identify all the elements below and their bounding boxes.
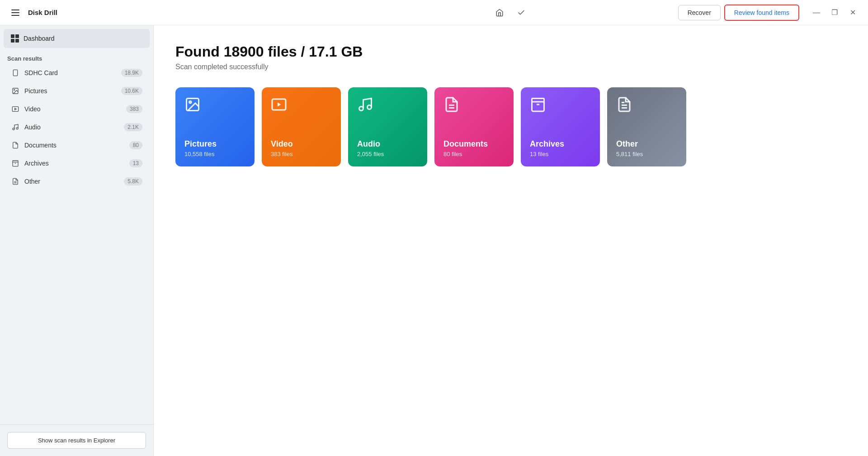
scan-results-label: Scan results	[0, 52, 153, 64]
other-card[interactable]: Other 5,811 files	[607, 87, 686, 166]
sidebar-item-pictures[interactable]: Pictures 10.6K	[4, 82, 150, 100]
archives-count: 13	[129, 159, 142, 167]
svg-marker-7	[15, 108, 16, 110]
other-card-name: Other	[616, 139, 677, 149]
hamburger-icon	[11, 10, 19, 16]
svg-rect-6	[12, 107, 18, 112]
sidebar-footer: Show scan results in Explorer	[0, 424, 153, 456]
documents-card-name: Documents	[443, 139, 505, 149]
sdhc-label: SDHC Card	[24, 69, 121, 76]
check-button[interactable]	[513, 5, 529, 21]
archives-icon	[11, 159, 20, 168]
pictures-card-name: Pictures	[184, 139, 245, 149]
title-bar-left: Disk Drill	[7, 5, 343, 21]
minimize-button[interactable]: —	[808, 5, 825, 21]
sidebar-item-sdhc[interactable]: SDHC Card 18.9K	[4, 64, 150, 82]
check-icon	[517, 9, 525, 17]
recover-button[interactable]: Recover	[678, 5, 721, 20]
documents-card[interactable]: Documents 80 files	[434, 87, 514, 166]
other-label: Other	[24, 178, 124, 185]
title-bar-nav	[343, 5, 678, 21]
show-explorer-button[interactable]: Show scan results in Explorer	[7, 432, 146, 449]
review-found-items-button[interactable]: Review found items	[724, 5, 799, 21]
other-card-count: 5,811 files	[616, 151, 677, 157]
title-bar: Disk Drill Recover Review found items — …	[0, 0, 868, 25]
sidebar-item-documents[interactable]: Documents 80	[4, 136, 150, 154]
sidebar-item-video[interactable]: Video 383	[4, 100, 150, 118]
documents-card-count: 80 files	[443, 151, 505, 157]
audio-icon	[11, 123, 20, 132]
sidebar-item-audio[interactable]: Audio 2.1K	[4, 118, 150, 136]
other-card-icon	[616, 96, 677, 116]
archives-card-name: Archives	[530, 139, 591, 149]
audio-card-name: Audio	[357, 139, 418, 149]
archives-label: Archives	[24, 160, 129, 167]
home-button[interactable]	[491, 5, 508, 21]
dashboard-item[interactable]: Dashboard	[4, 29, 150, 48]
audio-card-icon	[357, 96, 418, 116]
documents-icon	[11, 141, 20, 150]
dashboard-label: Dashboard	[24, 35, 55, 42]
archives-card-icon	[530, 96, 591, 116]
svg-rect-10	[13, 161, 18, 162]
pictures-card[interactable]: Pictures 10,558 files	[175, 87, 255, 166]
audio-card-count: 2,055 files	[357, 151, 418, 157]
title-bar-actions: Recover Review found items — ❐ ✕	[678, 5, 861, 21]
other-icon	[11, 177, 20, 186]
documents-count: 80	[129, 141, 142, 149]
video-card-icon	[271, 96, 332, 116]
svg-point-15	[189, 101, 192, 104]
close-button[interactable]: ✕	[844, 5, 861, 21]
other-count: 5.8K	[124, 177, 142, 185]
home-icon	[495, 9, 504, 17]
svg-point-9	[16, 128, 18, 129]
maximize-button[interactable]: ❐	[826, 5, 843, 21]
documents-card-icon	[443, 96, 505, 116]
archives-card-count: 13 files	[530, 151, 591, 157]
video-label: Video	[24, 105, 126, 113]
audio-card[interactable]: Audio 2,055 files	[348, 87, 427, 166]
found-title: Found 18900 files / 17.1 GB	[175, 43, 846, 60]
sidebar-item-archives[interactable]: Archives 13	[4, 154, 150, 172]
audio-label: Audio	[24, 124, 124, 131]
pictures-card-count: 10,558 files	[184, 151, 245, 157]
sidebar: Dashboard Scan results SDHC Card 18.9K P…	[0, 25, 154, 456]
scan-status: Scan completed successfully	[175, 63, 846, 71]
video-card-name: Video	[271, 139, 332, 149]
svg-point-19	[368, 105, 372, 109]
sdhc-icon	[11, 68, 20, 77]
app-title: Disk Drill	[28, 9, 57, 16]
pictures-label: Pictures	[24, 87, 121, 95]
window-controls: — ❐ ✕	[808, 5, 861, 21]
content-area: Found 18900 files / 17.1 GB Scan complet…	[154, 25, 868, 456]
grid-icon	[11, 34, 19, 43]
documents-label: Documents	[24, 142, 129, 149]
svg-rect-0	[13, 70, 17, 76]
video-count: 383	[126, 105, 142, 113]
audio-count: 2.1K	[124, 123, 142, 131]
hamburger-button[interactable]	[7, 5, 24, 21]
archives-card[interactable]: Archives 13 files	[521, 87, 600, 166]
pictures-count: 10.6K	[121, 87, 142, 95]
categories-grid: Pictures 10,558 files Video 383 files Au…	[175, 87, 846, 166]
pictures-icon	[11, 86, 20, 95]
pictures-card-icon	[184, 96, 245, 116]
video-icon	[11, 104, 20, 114]
sdhc-count: 18.9K	[121, 69, 142, 77]
svg-marker-17	[278, 103, 281, 107]
svg-rect-22	[532, 99, 544, 102]
svg-point-5	[14, 90, 15, 90]
svg-point-18	[359, 107, 363, 111]
video-card-count: 383 files	[271, 151, 332, 157]
sidebar-item-other[interactable]: Other 5.8K	[4, 172, 150, 190]
svg-point-8	[13, 128, 14, 130]
main-layout: Dashboard Scan results SDHC Card 18.9K P…	[0, 25, 868, 456]
video-card[interactable]: Video 383 files	[262, 87, 341, 166]
